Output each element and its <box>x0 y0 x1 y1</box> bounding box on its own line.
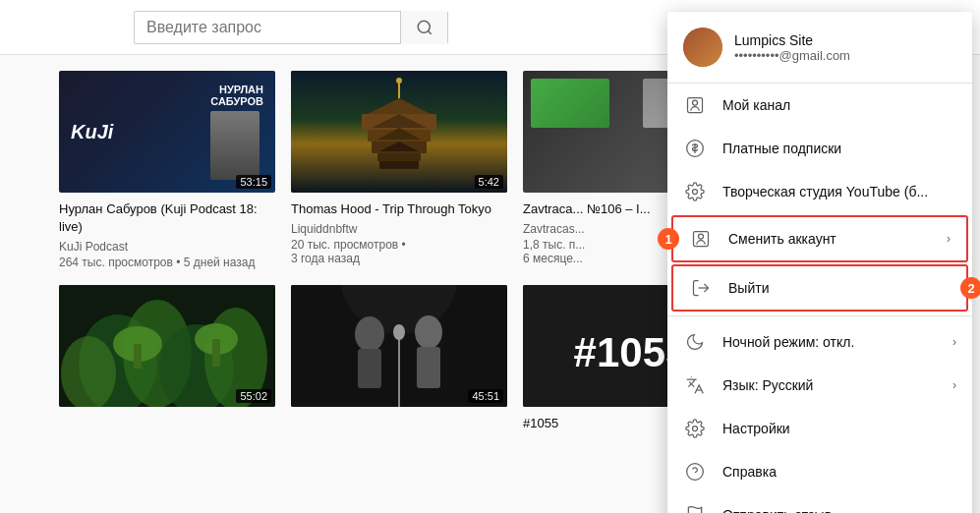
svg-point-26 <box>355 316 384 352</box>
dropdown-item-highlighted[interactable]: Сменить аккаунт › <box>671 215 968 262</box>
menu-item-switch-account[interactable]: Сменить аккаунт › 1 <box>667 215 972 262</box>
video-card[interactable]: KuJi НУРЛАНСАБУРОВ 53:15 Нурлан Сабуров … <box>59 71 275 269</box>
dropdown-item[interactable]: Язык: Русский › <box>667 364 972 407</box>
search-input[interactable] <box>135 19 400 36</box>
svg-line-1 <box>428 30 431 33</box>
menu-label: Справка <box>722 464 956 480</box>
menu-item-paid-subs[interactable]: Платные подписки <box>667 127 972 170</box>
svg-point-41 <box>693 427 698 431</box>
chevron-right-icon: › <box>952 378 956 392</box>
menu-item-help[interactable]: Справка <box>667 450 972 493</box>
menu-label: Платные подписки <box>722 141 956 156</box>
video-info: Нурлан Сабуров (Kuji Podcast 18: live) K… <box>59 193 275 269</box>
switch-account-icon <box>689 227 713 251</box>
menu-item-creative-studio[interactable]: Творческая студия YouTube (б... <box>667 170 972 213</box>
video-channel: Liquiddnbftw <box>291 222 507 236</box>
badge-2: 2 <box>960 277 980 299</box>
dropdown-avatar <box>683 28 722 67</box>
translate-icon <box>683 373 707 397</box>
dropdown-email: ••••••••••@gmail.com <box>734 48 850 63</box>
menu-label: Настройки <box>722 421 956 436</box>
kuji-name: НУРЛАНСАБУРОВ <box>210 84 263 107</box>
svg-point-13 <box>396 78 402 84</box>
svg-point-42 <box>687 464 704 481</box>
video-meta: 20 тыс. просмотров •3 года назад <box>291 238 507 265</box>
gear-icon <box>683 180 707 203</box>
svg-point-35 <box>693 100 698 105</box>
search-button[interactable] <box>400 11 447 44</box>
kuji-logo-text: KuJi <box>71 121 113 143</box>
menu-item-night-mode[interactable]: Ночной режим: откл. › <box>667 320 972 364</box>
menu-label: Мой канал <box>722 97 956 113</box>
settings-icon <box>683 417 707 440</box>
video-duration: 53:15 <box>236 175 271 189</box>
badge-1: 1 <box>658 228 679 250</box>
video-meta: 264 тыс. просмотров • 5 дней назад <box>59 256 275 269</box>
video-title: Нурлан Сабуров (Kuji Podcast 18: live) <box>59 200 275 236</box>
dropdown-item[interactable]: Платные подписки <box>667 127 972 170</box>
video-channel: KuJi Podcast <box>59 240 275 254</box>
dollar-icon <box>683 137 707 160</box>
menu-label: Сменить аккаунт <box>728 231 947 247</box>
dropdown-item[interactable]: Отправить отзыв <box>667 493 972 513</box>
dropdown-item[interactable]: Ночной режим: откл. › <box>667 320 972 364</box>
menu-item-logout[interactable]: Выйти 2 <box>667 264 972 312</box>
logout-icon <box>689 276 713 300</box>
dropdown-header: Lumpics Site ••••••••••@gmail.com <box>667 12 972 84</box>
video-duration: 55:02 <box>236 389 271 403</box>
svg-rect-29 <box>417 347 440 388</box>
search-icon <box>416 19 433 36</box>
help-icon <box>683 460 707 484</box>
svg-point-37 <box>693 190 698 195</box>
menu-label: Творческая студия YouTube (б... <box>722 184 956 200</box>
chevron-right-icon: › <box>952 335 956 349</box>
video-card[interactable]: 5:42 Thomas Hood - Trip Through Tokyo Li… <box>291 71 507 269</box>
video-thumbnail: 5:42 <box>291 71 507 193</box>
video-duration: 45:51 <box>468 389 503 403</box>
svg-point-0 <box>418 21 430 32</box>
menu-label: Язык: Русский <box>722 377 952 393</box>
menu-item-settings[interactable]: Настройки <box>667 407 972 450</box>
video-thumbnail: KuJi НУРЛАНСАБУРОВ 53:15 <box>59 71 275 193</box>
svg-point-39 <box>699 234 704 239</box>
menu-label: Выйти <box>728 280 951 296</box>
video-duration: 5:42 <box>475 175 503 189</box>
moon-icon <box>683 330 707 354</box>
menu-item-my-channel[interactable]: Мой канал <box>667 84 972 127</box>
svg-rect-23 <box>212 339 220 367</box>
dropdown-item[interactable]: Мой канал <box>667 84 972 127</box>
dropdown-menu: Lumpics Site ••••••••••@gmail.com Мой ка… <box>667 12 972 513</box>
svg-point-31 <box>393 324 405 340</box>
dropdown-item[interactable]: Справка <box>667 450 972 493</box>
dropdown-item[interactable]: Творческая студия YouTube (б... <box>667 170 972 213</box>
video-info: Thomas Hood - Trip Through Tokyo Liquidd… <box>291 193 507 265</box>
menu-label: Ночной режим: откл. <box>722 334 952 350</box>
video-title: Thomas Hood - Trip Through Tokyo <box>291 200 507 218</box>
dropdown-username: Lumpics Site <box>734 32 850 48</box>
svg-rect-27 <box>358 349 381 388</box>
svg-point-28 <box>415 315 442 349</box>
video-card[interactable]: 55:02 <box>59 285 275 436</box>
menu-label: Отправить отзыв <box>722 507 956 513</box>
person-icon <box>683 93 707 117</box>
divider <box>667 315 972 316</box>
chevron-right-icon: › <box>947 232 951 246</box>
dropdown-user-info: Lumpics Site ••••••••••@gmail.com <box>734 32 850 63</box>
svg-rect-21 <box>134 344 142 369</box>
video-thumbnail: 45:51 <box>291 285 507 407</box>
video-card[interactable]: 45:51 <box>291 285 507 436</box>
dropdown-item[interactable]: Настройки <box>667 407 972 450</box>
menu-item-language[interactable]: Язык: Русский › <box>667 364 972 407</box>
dropdown-item-highlighted[interactable]: Выйти <box>671 264 968 312</box>
video-thumbnail: 55:02 <box>59 285 275 407</box>
menu-item-feedback[interactable]: Отправить отзыв <box>667 493 972 513</box>
feedback-icon <box>683 503 707 513</box>
search-bar[interactable] <box>134 11 448 44</box>
